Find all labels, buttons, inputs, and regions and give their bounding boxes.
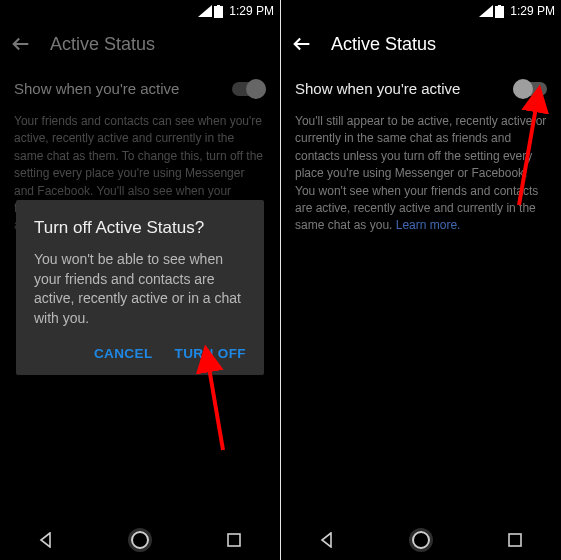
android-nav-bar bbox=[0, 520, 280, 560]
svg-rect-7 bbox=[509, 534, 521, 546]
status-bar: 1:29 PM bbox=[281, 0, 561, 22]
nav-back-icon[interactable] bbox=[38, 532, 54, 548]
dialog-title: Turn off Active Status? bbox=[34, 218, 246, 238]
setting-row: Show when you're active bbox=[0, 66, 280, 107]
app-header: Active Status bbox=[281, 22, 561, 66]
nav-recent-icon[interactable] bbox=[507, 532, 523, 548]
back-icon[interactable] bbox=[10, 33, 32, 55]
svg-rect-4 bbox=[495, 6, 504, 18]
setting-label: Show when you're active bbox=[14, 80, 179, 97]
active-status-toggle[interactable] bbox=[232, 82, 266, 96]
signal-icon bbox=[198, 5, 212, 17]
status-bar: 1:29 PM bbox=[0, 0, 280, 22]
dialog-message: You won't be able to see when your frien… bbox=[34, 250, 246, 328]
cancel-button[interactable]: CANCEL bbox=[94, 346, 153, 361]
dialog-actions: CANCEL TURN OFF bbox=[34, 342, 246, 367]
svg-rect-5 bbox=[498, 5, 501, 7]
confirm-dialog: Turn off Active Status? You won't be abl… bbox=[16, 200, 264, 375]
nav-home-icon[interactable] bbox=[412, 531, 430, 549]
setting-description: You'll still appear to be active, recent… bbox=[281, 107, 561, 235]
battery-icon bbox=[495, 5, 504, 18]
clock-text: 1:29 PM bbox=[229, 4, 274, 18]
phone-left: 1:29 PM Active Status Show when you're a… bbox=[0, 0, 280, 560]
nav-home-icon[interactable] bbox=[131, 531, 149, 549]
setting-label: Show when you're active bbox=[295, 80, 460, 97]
phone-right: 1:29 PM Active Status Show when you're a… bbox=[281, 0, 561, 560]
learn-more-link[interactable]: Learn more. bbox=[396, 218, 461, 232]
clock-text: 1:29 PM bbox=[510, 4, 555, 18]
page-title: Active Status bbox=[331, 34, 436, 55]
signal-icon bbox=[479, 5, 493, 17]
app-header: Active Status bbox=[0, 22, 280, 66]
svg-rect-1 bbox=[217, 5, 220, 7]
nav-recent-icon[interactable] bbox=[226, 532, 242, 548]
page-title: Active Status bbox=[50, 34, 155, 55]
description-text: You'll still appear to be active, recent… bbox=[295, 114, 546, 232]
turn-off-button[interactable]: TURN OFF bbox=[175, 346, 246, 361]
svg-rect-3 bbox=[228, 534, 240, 546]
svg-rect-0 bbox=[214, 6, 223, 18]
back-icon[interactable] bbox=[291, 33, 313, 55]
active-status-toggle[interactable] bbox=[513, 82, 547, 96]
android-nav-bar bbox=[281, 520, 561, 560]
battery-icon bbox=[214, 5, 223, 18]
setting-row: Show when you're active bbox=[281, 66, 561, 107]
nav-back-icon[interactable] bbox=[319, 532, 335, 548]
